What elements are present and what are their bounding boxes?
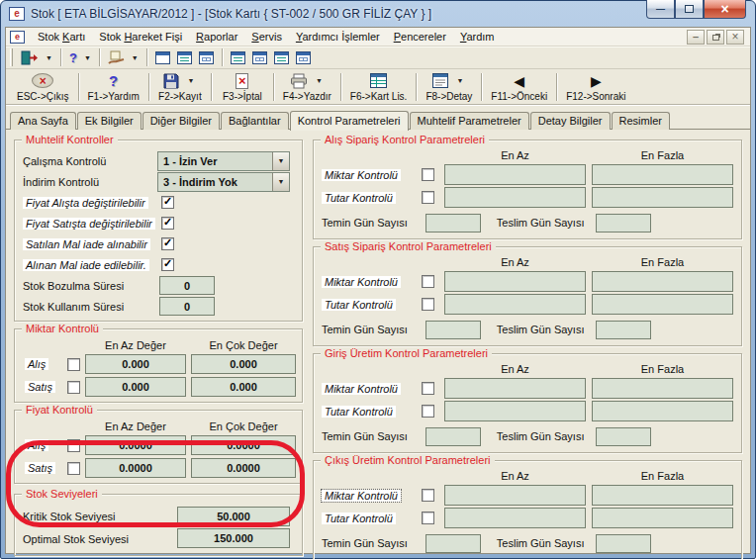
teslim-gun-field[interactable] <box>596 427 651 446</box>
miktar-alis-max-field[interactable]: 0.000 <box>191 354 296 374</box>
teslim-gun-field[interactable] <box>596 534 651 553</box>
miktar-satis-max-field[interactable]: 0.000 <box>191 377 296 397</box>
alis-checkbox[interactable] <box>67 358 80 371</box>
tutar-min-field[interactable] <box>444 187 586 208</box>
tutar-min-field[interactable] <box>444 401 586 421</box>
calisma-kontrolu-select[interactable]: 1 - İzin Ver <box>157 151 290 171</box>
tutar-kontrolu-checkbox[interactable] <box>422 405 434 418</box>
menu-pencereler[interactable]: Pencereler <box>387 28 453 46</box>
toolbar-yardim-button[interactable]: F1->Yardım <box>79 70 148 104</box>
satilan-mal-checkbox[interactable] <box>161 237 174 250</box>
table-view-button-3[interactable] <box>272 47 291 68</box>
tab-muhtelif-parametreler[interactable]: Muhtelif Parametreler <box>410 112 529 130</box>
tutar-kontrolu-checkbox[interactable] <box>422 191 434 204</box>
fiyat-satis-min-field[interactable]: 0.0000 <box>85 458 186 478</box>
menu-stok-karti[interactable]: Stok Kartı <box>31 28 92 46</box>
toolbar-iptal-button[interactable]: F3->İptal <box>212 70 273 104</box>
title-bar[interactable]: Stok [ ETA BİLGİSAYAR/2012 ] - [Stok Kar… <box>1 1 755 27</box>
tutar-max-field[interactable] <box>592 187 733 208</box>
satis-checkbox[interactable] <box>67 462 80 475</box>
menu-yardimci-islemler[interactable]: Yardımcı İşlemler <box>289 28 387 46</box>
temin-gun-field[interactable] <box>425 534 481 553</box>
tutar-kontrolu-checkbox[interactable] <box>422 512 434 524</box>
alis-checkbox[interactable] <box>67 439 80 452</box>
miktar-max-field[interactable] <box>592 271 733 292</box>
tab-detay-bilgiler[interactable]: Detay Bilgiler <box>530 112 611 130</box>
close-button[interactable] <box>704 0 746 19</box>
miktar-min-field[interactable] <box>444 271 586 292</box>
fiyat-alista-checkbox[interactable] <box>161 196 174 209</box>
chevron-down-icon[interactable] <box>272 173 289 191</box>
menu-stok-hareket-fisi[interactable]: Stok Hareket Fişi <box>92 28 189 46</box>
dropdown-arrow-icon[interactable] <box>454 77 465 84</box>
table-view-button-4[interactable] <box>294 47 313 68</box>
kritik-stok-field[interactable]: 50.000 <box>177 507 290 526</box>
miktar-max-field[interactable] <box>592 164 733 185</box>
temin-gun-field[interactable] <box>425 214 481 233</box>
chevron-down-icon[interactable] <box>272 152 289 170</box>
dropdown-arrow-icon[interactable] <box>82 54 93 61</box>
stok-kullanim-field[interactable]: 0 <box>159 297 215 316</box>
tab-ana-sayfa[interactable]: Ana Sayfa <box>10 112 76 130</box>
dropdown-arrow-icon[interactable] <box>44 54 54 61</box>
tab-baglantilar[interactable]: Bağlantılar <box>221 112 289 130</box>
miktar-max-field[interactable] <box>592 378 733 399</box>
menu-yardim[interactable]: Yardım <box>453 28 502 46</box>
miktar-max-field[interactable] <box>592 485 733 506</box>
fiyat-alis-min-field[interactable]: 0.0000 <box>85 435 186 455</box>
mdi-close-button[interactable] <box>726 30 744 45</box>
tutar-max-field[interactable] <box>592 508 733 528</box>
table-view-button-2[interactable] <box>250 47 269 68</box>
miktar-kontrolu-checkbox[interactable] <box>422 275 434 288</box>
fiyat-satista-checkbox[interactable] <box>161 217 174 230</box>
menu-raporlar[interactable]: Raporlar <box>189 28 244 46</box>
exit-small-button[interactable] <box>19 47 41 68</box>
miktar-kontrolu-checkbox[interactable] <box>422 382 434 395</box>
toolbar-cikis-button[interactable]: ESC->Çıkış <box>8 70 78 104</box>
window-view-button-3[interactable] <box>197 47 216 68</box>
miktar-min-field[interactable] <box>444 485 586 506</box>
menu-servis[interactable]: Servis <box>244 28 289 46</box>
dropdown-arrow-icon[interactable] <box>314 77 325 84</box>
toolbar-detay-button[interactable]: F8->Detay <box>417 70 481 104</box>
tab-ek-bilgiler[interactable]: Ek Bilgiler <box>77 112 142 130</box>
help-small-button[interactable] <box>67 47 79 68</box>
window-view-button-2[interactable] <box>175 47 194 68</box>
stok-bozulma-field[interactable]: 0 <box>159 276 215 295</box>
toolbar-yazdir-button[interactable]: F4->Yazdır <box>274 70 340 104</box>
miktar-alis-min-field[interactable]: 0.000 <box>85 354 186 374</box>
toolbar-kart-listesi-button[interactable]: F6->Kart Lis. <box>341 70 417 104</box>
mdi-restore-button[interactable] <box>707 30 724 45</box>
toolbar-kayit-button[interactable]: F2->Kayıt <box>149 70 211 104</box>
tab-resimler[interactable]: Resimler <box>612 112 670 130</box>
tutar-max-field[interactable] <box>592 401 733 421</box>
maximize-button[interactable] <box>675 0 704 19</box>
tutar-min-field[interactable] <box>444 294 586 315</box>
tutar-min-field[interactable] <box>444 508 586 528</box>
tab-kontrol-parametreleri[interactable]: Kontrol Parametreleri <box>290 111 409 131</box>
teslim-gun-field[interactable] <box>596 214 651 233</box>
miktar-min-field[interactable] <box>444 164 586 185</box>
satis-checkbox[interactable] <box>67 381 80 394</box>
miktar-min-field[interactable] <box>444 378 586 399</box>
minimize-button[interactable] <box>646 0 675 19</box>
miktar-kontrolu-checkbox[interactable] <box>422 168 434 181</box>
table-view-button-1[interactable] <box>229 47 247 68</box>
tutar-max-field[interactable] <box>592 294 733 315</box>
temin-gun-field[interactable] <box>425 321 481 339</box>
toolbar-grip[interactable] <box>10 48 13 66</box>
miktar-kontrolu-checkbox[interactable] <box>422 489 434 502</box>
tab-diger-bilgiler[interactable]: Diğer Bilgiler <box>142 112 220 130</box>
miktar-satis-min-field[interactable]: 0.000 <box>85 377 186 397</box>
alinan-mal-checkbox[interactable] <box>161 258 174 271</box>
dropdown-arrow-icon[interactable] <box>130 54 141 61</box>
fiyat-satis-max-field[interactable]: 0.0000 <box>191 458 296 478</box>
indirim-kontrolu-select[interactable]: 3 - İndirim Yok <box>157 172 290 192</box>
mdi-minimize-button[interactable] <box>687 30 705 45</box>
tutar-kontrolu-checkbox[interactable] <box>422 298 434 311</box>
mdi-child-icon[interactable] <box>10 31 25 44</box>
teslim-gun-field[interactable] <box>596 321 651 339</box>
toolbar-onceki-button[interactable]: F11->Önceki <box>482 70 556 104</box>
fiyat-alis-max-field[interactable]: 0.0000 <box>191 435 296 455</box>
optimal-stok-field[interactable]: 150.000 <box>177 528 290 548</box>
